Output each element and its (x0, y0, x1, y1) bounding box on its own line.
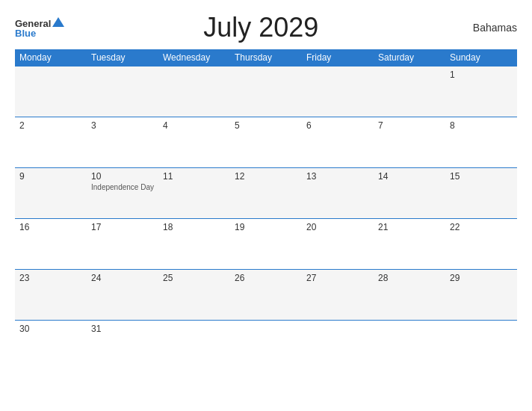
day-number: 28 (378, 273, 441, 283)
day-number: 18 (163, 222, 226, 232)
logo-triangle-icon (52, 17, 64, 27)
weekday-header-row: MondayTuesdayWednesdayThursdayFridaySatu… (15, 49, 517, 67)
day-number: 1 (450, 69, 513, 80)
calendar-cell: 20 (302, 219, 374, 270)
day-number: 24 (91, 273, 154, 283)
calendar-cell: 26 (230, 270, 302, 321)
day-number: 20 (306, 222, 369, 232)
calendar-cell: 6 (302, 117, 374, 168)
calendar-cell: 19 (230, 219, 302, 270)
calendar-page: General Blue July 2029 Bahamas MondayTue… (0, 0, 532, 411)
day-number: 17 (91, 222, 154, 232)
calendar-cell (158, 321, 230, 371)
day-number: 5 (235, 120, 297, 131)
calendar-cell: 5 (230, 117, 302, 168)
day-number: 2 (19, 120, 82, 131)
day-number: 16 (19, 222, 82, 232)
calendar-cell (302, 321, 374, 371)
day-number: 13 (306, 171, 369, 182)
calendar-cell: 11 (158, 168, 230, 219)
logo-blue-text: Blue (15, 28, 36, 38)
day-number: 10 (91, 171, 154, 182)
calendar-week-row: 23242526272829 (15, 270, 517, 321)
calendar-cell: 29 (445, 270, 517, 321)
day-number: 14 (378, 171, 441, 182)
calendar-cell: 23 (15, 270, 87, 321)
weekday-header-friday: Friday (302, 49, 374, 67)
day-number: 19 (235, 222, 297, 232)
holiday-label: Independence Day (91, 183, 154, 191)
country-label: Bahamas (457, 22, 517, 34)
calendar-cell: 28 (374, 270, 445, 321)
calendar-cell (158, 67, 230, 117)
calendar-cell: 7 (374, 117, 445, 168)
calendar-cell: 10Independence Day (87, 168, 158, 219)
day-number: 12 (235, 171, 297, 182)
day-number: 4 (163, 120, 226, 131)
day-number: 11 (163, 171, 226, 182)
weekday-header-wednesday: Wednesday (158, 49, 230, 67)
day-number: 27 (306, 273, 369, 283)
weekday-header-sunday: Sunday (445, 49, 517, 67)
calendar-cell: 27 (302, 270, 374, 321)
calendar-cell (302, 67, 374, 117)
calendar-header: General Blue July 2029 Bahamas (15, 12, 517, 43)
calendar-cell: 3 (87, 117, 158, 168)
calendar-week-row: 3031 (15, 321, 517, 371)
calendar-cell (374, 67, 445, 117)
calendar-cell (230, 321, 302, 371)
day-number: 23 (19, 273, 82, 283)
day-number: 30 (19, 324, 82, 334)
day-number: 6 (306, 120, 369, 131)
calendar-cell: 16 (15, 219, 87, 270)
calendar-cell: 12 (230, 168, 302, 219)
day-number: 9 (19, 171, 82, 182)
calendar-table: MondayTuesdayWednesdayThursdayFridaySatu… (15, 49, 517, 371)
day-number: 29 (450, 273, 513, 283)
logo: General Blue (15, 17, 64, 38)
day-number: 7 (378, 120, 441, 131)
calendar-cell (445, 321, 517, 371)
calendar-cell: 30 (15, 321, 87, 371)
calendar-cell: 18 (158, 219, 230, 270)
day-number: 25 (163, 273, 226, 283)
calendar-cell: 13 (302, 168, 374, 219)
calendar-cell: 8 (445, 117, 517, 168)
weekday-header-monday: Monday (15, 49, 87, 67)
weekday-header-saturday: Saturday (374, 49, 445, 67)
calendar-cell: 2 (15, 117, 87, 168)
calendar-cell: 22 (445, 219, 517, 270)
calendar-cell: 15 (445, 168, 517, 219)
calendar-week-row: 2345678 (15, 117, 517, 168)
calendar-cell (87, 67, 158, 117)
calendar-cell (374, 321, 445, 371)
calendar-cell: 21 (374, 219, 445, 270)
calendar-cell: 25 (158, 270, 230, 321)
calendar-cell (15, 67, 87, 117)
day-number: 21 (378, 222, 441, 232)
calendar-cell: 1 (445, 67, 517, 117)
day-number: 22 (450, 222, 513, 232)
calendar-week-row: 16171819202122 (15, 219, 517, 270)
calendar-week-row: 910Independence Day1112131415 (15, 168, 517, 219)
calendar-cell: 31 (87, 321, 158, 371)
calendar-cell: 17 (87, 219, 158, 270)
calendar-cell: 14 (374, 168, 445, 219)
calendar-week-row: 1 (15, 67, 517, 117)
day-number: 31 (91, 324, 154, 334)
day-number: 15 (450, 171, 513, 182)
weekday-header-thursday: Thursday (230, 49, 302, 67)
calendar-cell: 9 (15, 168, 87, 219)
calendar-cell: 4 (158, 117, 230, 168)
weekday-header-tuesday: Tuesday (87, 49, 158, 67)
day-number: 3 (91, 120, 154, 131)
calendar-title: July 2029 (64, 12, 457, 43)
day-number: 8 (450, 120, 513, 131)
day-number: 26 (235, 273, 297, 283)
calendar-cell (230, 67, 302, 117)
calendar-cell: 24 (87, 270, 158, 321)
